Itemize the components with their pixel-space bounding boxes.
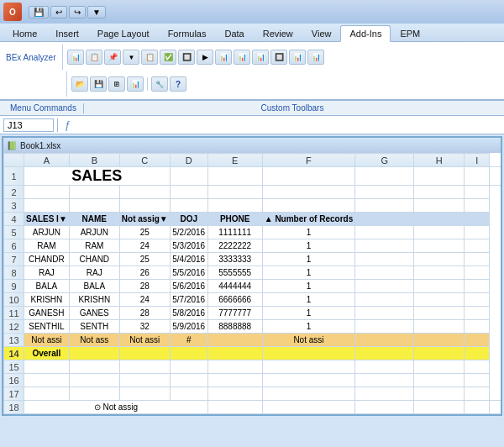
toolbar-icon-7[interactable]: 🔲 xyxy=(178,50,195,65)
toolbar-icon-1[interactable]: 📊 xyxy=(67,50,84,65)
cell-r8c2: RAJ xyxy=(69,266,119,280)
cell-r13c2: Not ass xyxy=(69,334,119,347)
cell-r9c4: 5/6/2016 xyxy=(170,280,207,293)
cell-r13c1: Not assi xyxy=(24,334,70,347)
toolbar-icon-13[interactable]: 📊 xyxy=(289,50,306,65)
table-row[interactable]: 9BALABALA285/6/201644444441 xyxy=(4,280,501,293)
toolbar-icon-5[interactable]: 📋 xyxy=(141,50,158,65)
tab-epm[interactable]: EPM xyxy=(391,25,429,41)
toolbar-icon-17[interactable]: 🖹 xyxy=(108,76,125,92)
cell-r18c4 xyxy=(355,401,414,414)
table-row[interactable]: 17 xyxy=(4,387,501,401)
cell-r2c4 xyxy=(170,186,207,199)
table-row[interactable]: 7CHANDRCHAND255/4/201633333331 xyxy=(4,253,501,266)
toolbar-icon-14[interactable]: 📊 xyxy=(307,50,324,65)
cell-r6c2: RAM xyxy=(69,239,119,253)
toolbar-icon-18[interactable]: 📊 xyxy=(127,76,144,92)
table-row[interactable]: 6RAMRAM245/3/201622222221 xyxy=(4,239,501,253)
toolbar-icon-3[interactable]: 📌 xyxy=(104,50,121,65)
toolbar-icon-8[interactable]: ▶ xyxy=(197,50,213,65)
table-row[interactable]: 15 xyxy=(4,360,501,374)
toolbar-icon-19[interactable]: 🔧 xyxy=(151,76,168,92)
cell-r6c5: 2222222 xyxy=(207,239,262,253)
tab-insert[interactable]: Insert xyxy=(46,25,88,41)
formula-bar-divider xyxy=(57,118,58,132)
undo-btn[interactable]: ↩ xyxy=(50,6,67,18)
table-row[interactable]: 12SENTHILSENTH325/9/201688888881 xyxy=(4,320,501,334)
cell-r4c4: DOJ xyxy=(170,213,207,226)
cell-r16c5 xyxy=(207,374,262,387)
toolbar-icon-4[interactable]: ▼ xyxy=(123,50,139,65)
cell-r15c4 xyxy=(170,360,207,374)
row-header-5: 5 xyxy=(4,226,24,239)
redo-btn[interactable]: ↪ xyxy=(69,6,86,18)
cell-r5c9 xyxy=(465,226,490,239)
tab-formulas[interactable]: Formulas xyxy=(159,25,216,41)
cell-r15c6 xyxy=(262,360,354,374)
name-box[interactable] xyxy=(3,118,54,132)
cell-r1c1: SALES xyxy=(24,167,171,186)
toolbar-icon-10[interactable]: 📊 xyxy=(234,50,250,65)
cell-r4c3: Not assig▼ xyxy=(119,213,170,226)
cell-r7c5: 3333333 xyxy=(207,253,262,266)
toolbar-icon-6[interactable]: ✅ xyxy=(160,50,176,65)
cell-r4c6: ▲ Number of Records xyxy=(262,213,354,226)
cell-r15c5 xyxy=(207,360,262,374)
cell-r8c4: 5/5/2016 xyxy=(170,266,207,280)
table-row[interactable]: 8RAJRAJ265/5/201655555551 xyxy=(4,266,501,280)
tab-data[interactable]: Data xyxy=(215,25,253,41)
customize-btn[interactable]: ▼ xyxy=(87,6,106,18)
row-header-14: 14 xyxy=(4,347,24,360)
cell-r7c9 xyxy=(465,253,490,266)
cell-r6c7 xyxy=(355,239,414,253)
ribbon-content: BEx Analyzer 📊 📋 📌 ▼ 📋 ✅ 🔲 ▶ 📊 📊 📊 🔲 📊 📊… xyxy=(0,42,504,101)
office-button[interactable]: O xyxy=(3,3,22,21)
toolbar-icon-20[interactable]: ? xyxy=(170,76,186,92)
menu-commands-label[interactable]: Menu Commands xyxy=(3,103,83,113)
cell-r10c9 xyxy=(465,293,490,307)
cell-r5c1: ARJUN xyxy=(24,226,70,239)
row-header-13: 13 xyxy=(4,334,24,347)
table-row[interactable]: 5ARJUNARJUN255/2/201611111111 xyxy=(4,226,501,239)
cell-r7c3: 25 xyxy=(119,253,170,266)
cell-r9c1: BALA xyxy=(24,280,70,293)
bex-analyzer-label[interactable]: BEx Analyzer xyxy=(3,52,58,63)
cell-r5c6: 1 xyxy=(262,226,354,239)
custom-toolbars-label[interactable]: Custom Toolbars xyxy=(84,103,501,113)
formula-input[interactable] xyxy=(77,120,501,130)
cell-r1c5 xyxy=(355,167,414,186)
table-row[interactable]: 3 xyxy=(4,199,501,213)
toolbar-icon-11[interactable]: 📊 xyxy=(252,50,269,65)
cell-r14c4 xyxy=(170,347,207,360)
tab-home[interactable]: Home xyxy=(3,25,46,41)
table-row[interactable]: 18⊙ Not assig xyxy=(4,401,501,414)
formula-function-icon[interactable]: ƒ xyxy=(61,118,74,131)
cell-r9c6: 1 xyxy=(262,280,354,293)
table-row[interactable]: 2 xyxy=(4,186,501,199)
table-row[interactable]: 4SALES I▼NAMENot assig▼DOJPHONE▲ Number … xyxy=(4,213,501,226)
table-row[interactable]: 11GANESHGANES285/8/201677777771 xyxy=(4,307,501,320)
toolbar-icon-12[interactable]: 🔲 xyxy=(270,50,287,65)
cell-r6c4: 5/3/2016 xyxy=(170,239,207,253)
table-area[interactable]: ABCDEFGHI1SALES234SALES I▼NAMENot assig▼… xyxy=(3,153,501,414)
col-header-C: C xyxy=(119,154,170,167)
table-row[interactable]: 16 xyxy=(4,374,501,387)
table-row[interactable]: 13Not assiNot assNot assi#Not assi xyxy=(4,334,501,347)
tab-review[interactable]: Review xyxy=(254,25,302,41)
table-row[interactable]: 14Overall xyxy=(4,347,501,360)
divider-1 xyxy=(62,45,63,70)
toolbar-icon-15[interactable]: 📂 xyxy=(71,76,88,92)
table-row[interactable]: 10KRISHNKRISHN245/7/201666666661 xyxy=(4,293,501,307)
toolbar-icon-9[interactable]: 📊 xyxy=(215,50,232,65)
cell-r18c3 xyxy=(262,401,354,414)
tab-view[interactable]: View xyxy=(302,25,341,41)
toolbar-icon-2[interactable]: 📋 xyxy=(86,50,102,65)
cell-r12c3: 32 xyxy=(119,320,170,334)
row-header-18: 18 xyxy=(4,401,24,414)
table-row[interactable]: 1SALES xyxy=(4,167,501,186)
save-btn[interactable]: 💾 xyxy=(29,6,49,18)
toolbar-icon-16[interactable]: 💾 xyxy=(90,76,107,92)
tab-page-layout[interactable]: Page Layout xyxy=(88,25,159,41)
tab-add-ins[interactable]: Add-Ins xyxy=(340,25,391,42)
cell-r15c1 xyxy=(24,360,70,374)
